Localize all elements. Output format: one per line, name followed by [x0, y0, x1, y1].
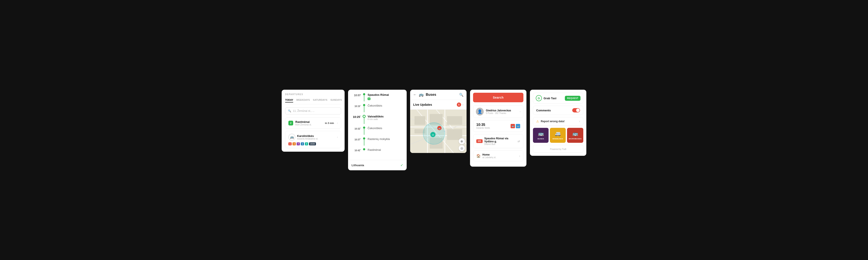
map-compass-btn[interactable]: ◎: [459, 145, 465, 151]
map-controls: ⊕ ◎: [459, 138, 465, 151]
map-svg: 🚌 12: [410, 110, 467, 153]
stop-item-vaivadiskes: 10:25* Vaivadiškės 6 min walk: [351, 115, 403, 124]
route-name: Rastinėnai: [295, 120, 323, 123]
route-card-rastinai[interactable]: 2 Rastinėnai from Žirmūnai st. in 3 min …: [285, 117, 341, 129]
user-stats: 5 Posts · 182 Thanks: [486, 112, 511, 114]
map-header: ← 🚌 Buses 🔍: [410, 90, 467, 100]
chevron-right-icon: ›: [337, 121, 338, 124]
minibuses-label: MINIBUSES: [553, 138, 563, 140]
stop-dot-active: [363, 115, 366, 118]
karoliniskes-card[interactable]: 🚌 Karoliniškės towards Antakalnio st. › …: [285, 131, 341, 148]
transport-grid: 🚌 BUSES 🚐 MINIBUSES 🚌 MICROBUSES: [533, 128, 583, 143]
grab-left: G Grab Taxi: [536, 95, 556, 101]
tag-2: 2: [301, 142, 304, 145]
live-updates-row[interactable]: Live Updates 5 ›: [410, 100, 467, 110]
route-sub: from Žirmūnai st.: [295, 123, 323, 126]
route101-info: 101 Spaudos Rūmai via Vydūno g. District…: [476, 137, 518, 145]
search-icon: 🔍: [288, 109, 291, 112]
stop-search[interactable]: 🔍 11, Žirmūnai st., ...: [285, 108, 341, 114]
route101-sub: District Bus: [484, 143, 518, 145]
checkmark-icon: ✓: [400, 163, 403, 167]
home-card[interactable]: 🏠 Home at Labdarių st. ›: [473, 150, 523, 161]
route101-card[interactable]: 101 Spaudos Rūmai via Vydūno g. District…: [473, 134, 523, 148]
user-name: Giedrius Jaloveckas: [486, 109, 511, 112]
stop-item-spaudos: 10:07 Spaudos Rūmai 5: [351, 93, 403, 101]
live-count-badge: 5: [457, 103, 461, 107]
stop-dot: [363, 148, 365, 150]
home-name: Home: [483, 153, 496, 156]
comments-label: Comments: [536, 109, 551, 112]
tag-3b: 3: [305, 142, 308, 145]
tab-sundays[interactable]: SUNDAYS: [330, 99, 342, 103]
map-location-btn[interactable]: ⊕: [459, 138, 465, 144]
transit-info-screen: Search 👤 Giedrius Jaloveckas 5 Posts · 1…: [470, 90, 526, 166]
chevron-right-icon: ›: [337, 136, 338, 139]
bus-icon: 🚌: [419, 92, 424, 97]
route-time: in 3 min: [325, 122, 334, 124]
tag-1: 1: [288, 142, 292, 145]
bus-towards: towards Stotis: [476, 127, 490, 129]
comments-row: Comments: [533, 106, 583, 115]
chevron-right-icon: ›: [462, 103, 464, 107]
comments-toggle[interactable]: [572, 108, 580, 112]
svg-rect-9: [414, 116, 425, 125]
next-bus-card[interactable]: 10:35 towards Stotis 🚌 🚌: [473, 120, 523, 132]
grab-taxi-row[interactable]: G Grab Taxi REQUEST: [533, 93, 583, 104]
bus-stop-icon: 🚌: [288, 134, 295, 141]
minibus-icon: 🚐: [555, 131, 561, 137]
chevron-right-icon: ›: [579, 119, 580, 123]
stop-name: Spaudos Rūmai: [368, 93, 403, 97]
stop-dot: [363, 104, 365, 106]
karo-info: Karoliniškės towards Antakalnio st.: [297, 134, 334, 140]
report-left: ⚠ Report wrong data!: [536, 120, 565, 123]
tabs-row: TODAY WEEKDAYS SATURDAYS SUNDAYS: [285, 99, 341, 104]
svg-rect-11: [447, 116, 462, 125]
report-row[interactable]: ⚠ Report wrong data! ›: [533, 117, 583, 126]
microbuses-tile[interactable]: 🚌 MICROBUSES: [567, 128, 583, 143]
request-button[interactable]: REQUEST: [565, 96, 581, 101]
stop-time: 10:25*: [353, 115, 361, 118]
tag-101n: 101N: [309, 142, 316, 145]
user-avatar: 👤: [476, 108, 484, 115]
lithuania-row: Lithuania ✓: [348, 160, 407, 170]
back-button[interactable]: ←: [413, 93, 416, 97]
svg-text:🚌: 🚌: [438, 127, 440, 129]
microbus-icon: 🚌: [572, 131, 578, 137]
search-button[interactable]: Search: [473, 93, 523, 102]
tag-7: 7: [297, 142, 300, 145]
stop-line: [364, 106, 364, 112]
stop-line: [364, 118, 364, 124]
microbuses-label: MICROBUSES: [569, 138, 582, 140]
stop-time: 10:42*: [354, 149, 361, 152]
grab-title: Grab Taxi: [544, 97, 556, 100]
powered-text: Powered by Trafi: [550, 148, 566, 150]
route-stops-screen: 10:07 Spaudos Rūmai 5 10:15*: [348, 90, 407, 170]
next-bus-info: 10:35 towards Stotis: [476, 123, 490, 129]
swap-icon: ⇄: [518, 140, 520, 143]
user-info: Giedrius Jaloveckas 5 Posts · 182 Thanks: [486, 109, 511, 114]
stop-item-cekoniskes1: 10:15* Čekoniškės: [351, 104, 403, 112]
stop-name: Vaivadiškės: [368, 115, 403, 118]
bus-icon-blue: 🚌: [516, 124, 520, 128]
route101-name: Spaudos Rūmai via Vydūno g.: [484, 137, 518, 143]
home-info: 🏠 Home at Labdarių st.: [476, 153, 496, 159]
user-row[interactable]: 👤 Giedrius Jaloveckas 5 Posts · 182 Than…: [473, 105, 523, 118]
buses-tile[interactable]: 🚌 BUSES: [533, 128, 549, 143]
bus-icons: 🚌 🚌: [510, 124, 520, 128]
warning-icon: ⚠: [536, 120, 539, 123]
report-text: Report wrong data!: [541, 120, 565, 123]
stop-time: 10:15*: [354, 105, 361, 108]
minibuses-tile[interactable]: 🚐 MINIBUSES: [550, 128, 565, 143]
grab-logo: G: [536, 95, 542, 101]
buses-label: BUSES: [537, 138, 544, 140]
stop-name: Čekoniškės: [368, 126, 403, 130]
tab-saturdays[interactable]: SATURDAYS: [313, 99, 328, 103]
map-view[interactable]: 🚌 12 ⊕ ◎: [410, 110, 467, 153]
tab-today[interactable]: TODAY: [285, 99, 293, 103]
search-icon[interactable]: 🔍: [459, 93, 464, 97]
departures-screen: DEPARTURES TODAY WEEKDAYS SATURDAYS SUND…: [282, 90, 345, 152]
bus-icon-red: 🚌: [510, 124, 515, 128]
stop-item-cekoniskes2: 10:32* Čekoniškės: [351, 126, 403, 135]
tab-weekdays[interactable]: WEEKDAYS: [296, 99, 310, 103]
buses-map-screen: ← 🚌 Buses 🔍 Live Updates 5 ›: [410, 90, 467, 153]
